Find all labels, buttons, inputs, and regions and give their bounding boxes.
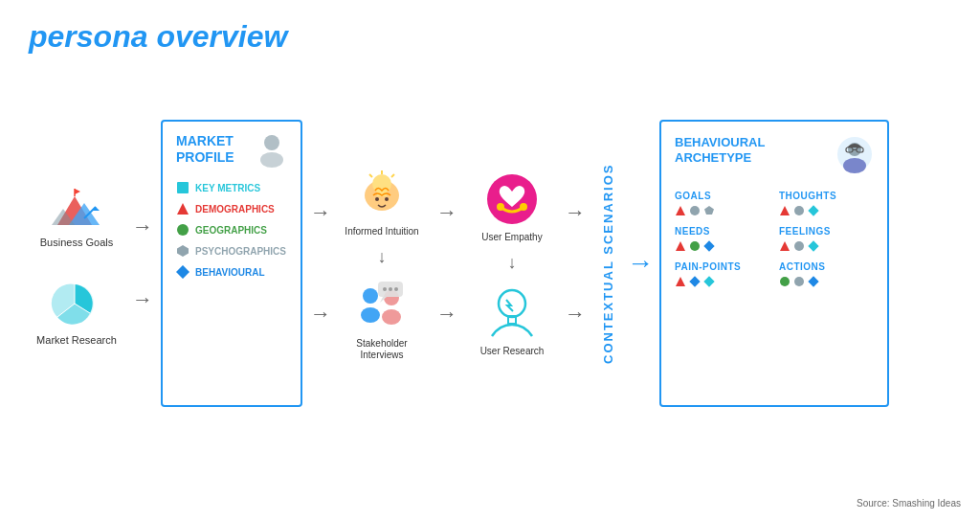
- mp-item-psychographics: PSYCHOGRAPHICS: [176, 244, 287, 258]
- market-research-item: Market Research: [36, 277, 117, 346]
- svg-line-24: [391, 174, 394, 177]
- goals-circle: [689, 205, 701, 216]
- page-title: persona overview: [29, 19, 951, 55]
- left-arrows: → →: [128, 215, 157, 312]
- behavioural-label: BEHAVIOURAL: [195, 267, 265, 278]
- thoughts-circle: [793, 205, 805, 216]
- svg-point-11: [264, 135, 279, 150]
- mid-left-arrows: → →: [306, 200, 335, 327]
- left-flow-col: Informed Intuition ↓: [339, 167, 425, 361]
- user-empathy-icon: [483, 170, 541, 228]
- svg-point-61: [780, 277, 790, 286]
- feelings-diamond: [808, 240, 819, 252]
- arrow-to-stakeholder: →: [310, 302, 331, 327]
- market-research-label: Market Research: [36, 334, 117, 346]
- user-research-label: User Research: [480, 346, 545, 357]
- informed-intuition-label: Informed Intuition: [345, 226, 418, 237]
- svg-point-47: [690, 206, 700, 215]
- mp-item-behavioural: BEHAVIOURAL: [176, 265, 287, 279]
- svg-marker-4: [75, 189, 80, 194]
- svg-point-50: [794, 206, 804, 215]
- mp-item-demographics: DEMOGRAPHICS: [176, 202, 287, 215]
- middle-section: → →: [306, 167, 591, 361]
- stakeholder-interviews-icon: [349, 277, 414, 334]
- arrow-to-research: →: [436, 302, 457, 327]
- market-profile-box: MARKETPROFILE KEY METRICS: [161, 120, 302, 407]
- main-right-arrow: →: [627, 248, 654, 279]
- goals-icons: [675, 205, 769, 216]
- arrow-business-goals: →: [132, 215, 153, 239]
- mp-title: MARKETPROFILE: [176, 133, 234, 166]
- business-goals-item: Business Goals: [40, 182, 113, 248]
- psychographics-label: PSYCHOGRAPHICS: [195, 246, 286, 257]
- down-arrow-2: ↓: [508, 253, 517, 273]
- actions-diamond: [808, 276, 819, 287]
- needs-triangle: [675, 240, 686, 252]
- source-text: Source: Smashing Ideas: [857, 498, 961, 509]
- pain-diamond2: [703, 276, 715, 287]
- svg-point-12: [260, 152, 283, 168]
- svg-point-27: [361, 307, 380, 323]
- mp-item-geographics: GEOGRAPHICS: [176, 223, 287, 237]
- svg-marker-55: [780, 241, 790, 251]
- business-goals-icon: [48, 182, 105, 232]
- svg-rect-17: [176, 265, 189, 279]
- svg-point-26: [363, 288, 378, 304]
- user-research-node: User Research: [469, 283, 555, 357]
- right-side-arrows: → →: [561, 200, 590, 327]
- arrow-right-top: →: [565, 200, 586, 225]
- stakeholder-interviews-label: Stakeholder Interviews: [339, 338, 425, 361]
- demographics-icon: [176, 202, 189, 215]
- pain-points-icons: [675, 276, 769, 287]
- page-wrapper: persona overview Business: [0, 0, 980, 520]
- svg-point-33: [389, 287, 392, 291]
- feelings-icons: [779, 240, 874, 252]
- arch-title: BEHAVIOURALARCHETYPE: [675, 135, 765, 165]
- svg-rect-60: [703, 276, 714, 286]
- svg-point-22: [385, 197, 389, 201]
- goals-pentagon: [703, 205, 715, 216]
- thoughts-triangle: [779, 205, 791, 216]
- svg-point-56: [794, 241, 804, 251]
- diagram-container: Business Goals Market Research: [29, 72, 951, 455]
- svg-marker-49: [780, 206, 790, 215]
- market-research-icon: [48, 277, 105, 329]
- goals-title: GOALS: [675, 191, 769, 201]
- svg-point-38: [499, 290, 525, 317]
- arch-category-goals: GOALS: [675, 191, 769, 216]
- person-icon: [256, 133, 287, 168]
- arrow-right-bottom: →: [565, 302, 586, 327]
- archetype-box: BEHAVIOURALARCHETYPE GOALS: [659, 120, 889, 407]
- svg-rect-57: [808, 240, 818, 251]
- svg-point-32: [383, 287, 387, 291]
- psychographics-icon: [176, 244, 189, 258]
- pain-points-title: PAIN-POINTS: [675, 261, 769, 272]
- actions-title: ACTIONS: [779, 261, 874, 272]
- needs-diamond: [703, 240, 715, 252]
- arch-grid: GOALS THOUGHTS: [675, 191, 874, 287]
- svg-rect-59: [689, 276, 700, 286]
- arch-header: BEHAVIOURALARCHETYPE: [675, 135, 874, 177]
- arrow-market-research: →: [132, 287, 153, 312]
- svg-rect-54: [703, 240, 714, 251]
- svg-marker-14: [177, 203, 189, 215]
- svg-rect-51: [808, 205, 818, 215]
- user-empathy-label: User Empathy: [481, 232, 542, 243]
- user-research-icon: [482, 283, 542, 342]
- stakeholder-interviews-node: Stakeholder Interviews: [339, 277, 425, 361]
- svg-point-53: [690, 241, 700, 251]
- geographics-label: GEOGRAPHICS: [195, 225, 267, 236]
- arch-category-needs: NEEDS: [675, 226, 769, 252]
- arch-category-thoughts: THOUGHTS: [779, 191, 874, 216]
- thoughts-icons: [779, 205, 874, 216]
- user-empathy-node: User Empathy: [469, 170, 555, 243]
- feelings-circle: [793, 240, 805, 252]
- svg-point-34: [394, 287, 398, 291]
- key-metrics-icon: [176, 181, 189, 194]
- svg-rect-13: [177, 182, 189, 193]
- avatar-icon: [835, 135, 874, 177]
- behavioural-icon: [176, 265, 189, 279]
- actions-circle1: [779, 276, 791, 287]
- svg-line-25: [369, 174, 372, 177]
- right-flow-col: User Empathy ↓ User: [469, 170, 555, 357]
